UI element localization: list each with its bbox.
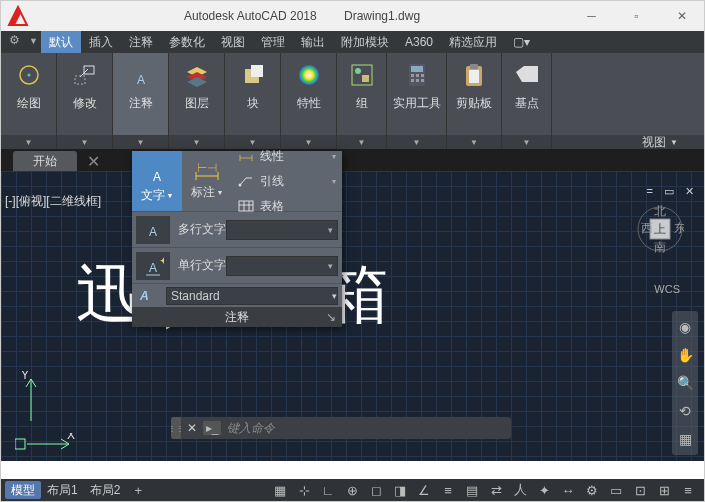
ribbon-panel-base[interactable]: 基点 ▼ <box>502 53 552 149</box>
pin-icon[interactable]: ↘ <box>326 310 336 324</box>
dtext-icon: A✦ <box>136 252 170 280</box>
status-annoscale-icon[interactable]: 人 <box>508 481 532 499</box>
ribbon-panel-utilities[interactable]: 实用工具 ▼ <box>387 53 447 149</box>
svg-text:南: 南 <box>654 240 666 253</box>
nav-wheel-icon[interactable]: ◉ <box>679 319 691 335</box>
textstyle-dropdown[interactable]: Standard▾ <box>166 287 338 305</box>
mtext-style-dropdown[interactable]: ▾ <box>226 220 338 240</box>
status-workspace-icon[interactable]: ⚙ <box>580 483 604 498</box>
ribbon-panel-group[interactable]: 组 ▼ <box>337 53 387 149</box>
status-layout2-tab[interactable]: 布局2 <box>84 481 127 499</box>
chevron-down-icon[interactable]: ▼ <box>81 138 89 147</box>
menu-annotate[interactable]: 注释 <box>121 31 161 53</box>
dtext-style-dropdown[interactable]: ▾ <box>226 256 338 276</box>
status-monitor-icon[interactable]: ▭ <box>604 483 628 498</box>
viewport-controls[interactable]: = ▭ ✕ <box>646 185 698 198</box>
chevron-down-icon[interactable]: ▼ <box>470 138 478 147</box>
svg-point-7 <box>299 65 319 85</box>
status-customize-icon[interactable]: ≡ <box>676 483 700 498</box>
status-grid-icon[interactable]: ▦ <box>268 483 292 498</box>
menu-a360[interactable]: A360 <box>397 31 441 53</box>
status-polar-icon[interactable]: ⊕ <box>340 483 364 498</box>
menu-insert[interactable]: 插入 <box>81 31 121 53</box>
status-annovisibility-icon[interactable]: ✦ <box>532 483 556 498</box>
minimize-button[interactable]: ─ <box>569 2 614 30</box>
quick-access-gear-icon[interactable]: ⚙ <box>9 33 20 47</box>
flyout-standard-row[interactable]: A Standard▾ <box>132 283 342 307</box>
status-transparency-icon[interactable]: ▤ <box>460 483 484 498</box>
wcs-label[interactable]: WCS <box>654 283 680 295</box>
nav-orbit-icon[interactable]: ⟲ <box>679 403 691 419</box>
menu-manage[interactable]: 管理 <box>253 31 293 53</box>
status-model-tab[interactable]: 模型 <box>5 481 41 499</box>
annotate-icon: A <box>125 59 157 91</box>
ribbon-panel-properties[interactable]: 特性 ▼ <box>281 53 337 149</box>
ribbon-draw-label: 绘图 <box>17 95 41 112</box>
ribbon-view-area[interactable]: 视图▼ <box>552 135 704 149</box>
status-qprops-icon[interactable]: ⊞ <box>652 483 676 498</box>
cmd-close-icon[interactable]: ✕ <box>181 421 203 435</box>
command-line[interactable]: ⋮⋮ ✕ ▸_ 键入命令 <box>171 417 511 439</box>
status-cycling-icon[interactable]: ⇄ <box>484 483 508 498</box>
svg-rect-17 <box>416 79 419 82</box>
ribbon-panel-draw[interactable]: 绘图 ▼ <box>1 53 57 149</box>
menu-view[interactable]: 视图 <box>213 31 253 53</box>
menu-param[interactable]: 参数化 <box>161 31 213 53</box>
ribbon-panel-annotate[interactable]: A 注释 ▼ <box>113 53 169 149</box>
flyout-dtext-row[interactable]: A✦ 单行文字 ▾ <box>132 247 342 283</box>
close-button[interactable]: ✕ <box>659 2 704 30</box>
svg-text:Y: Y <box>21 371 29 382</box>
status-ortho-icon[interactable]: ∟ <box>316 483 340 498</box>
cmd-grip-icon[interactable]: ⋮⋮ <box>171 417 181 439</box>
menu-addons[interactable]: 附加模块 <box>333 31 397 53</box>
status-lineweight-icon[interactable]: ≡ <box>436 483 460 498</box>
ribbon-panel-modify[interactable]: 修改 ▼ <box>57 53 113 149</box>
menu-extra-icon[interactable]: ▢▾ <box>505 31 538 53</box>
mtext-icon: A <box>136 216 170 244</box>
svg-text:A: A <box>136 73 144 87</box>
nav-pan-icon[interactable]: ✋ <box>677 347 694 363</box>
menu-default[interactable]: 默认 <box>41 31 81 53</box>
flyout-text-button[interactable]: A 文字▼ <box>132 151 182 211</box>
maximize-button[interactable]: ▫ <box>614 2 659 30</box>
chevron-down-icon[interactable]: ▼ <box>413 138 421 147</box>
flyout-linear-button[interactable]: 线性▾ <box>236 146 342 167</box>
status-snap-icon[interactable]: ⊹ <box>292 483 316 498</box>
ribbon-panel-clipboard[interactable]: 剪贴板 ▼ <box>447 53 502 149</box>
chevron-down-icon[interactable]: ▼ <box>193 138 201 147</box>
file-tab-start[interactable]: 开始 <box>13 151 77 171</box>
chevron-down-icon[interactable]: ▼ <box>137 138 145 147</box>
view-cube[interactable]: 上北西东南 <box>636 205 684 253</box>
nav-zoom-icon[interactable]: 🔍 <box>677 375 694 391</box>
status-autoscale-icon[interactable]: ↔ <box>556 483 580 498</box>
nav-showmotion-icon[interactable]: ▦ <box>679 431 692 447</box>
svg-rect-35 <box>239 201 253 211</box>
viewport-label[interactable]: [-][俯视][二维线框] <box>5 193 101 210</box>
status-layout1-tab[interactable]: 布局1 <box>41 481 84 499</box>
flyout-dtext-label: 单行文字 <box>178 257 226 274</box>
status-osnap-icon[interactable]: ◻ <box>364 483 388 498</box>
menu-output[interactable]: 输出 <box>293 31 333 53</box>
ribbon-panel-block[interactable]: 块 ▼ <box>225 53 281 149</box>
cmd-prompt-icon[interactable]: ▸_ <box>203 421 221 435</box>
app-name: Autodesk AutoCAD 2018 <box>184 9 317 23</box>
status-otrack-icon[interactable]: ∠ <box>412 483 436 498</box>
svg-text:A: A <box>153 170 161 184</box>
new-tab-button[interactable]: ✕ <box>87 152 100 171</box>
chevron-down-icon[interactable]: ▼ <box>358 138 366 147</box>
drawing-viewport[interactable]: [-][俯视][二维线框] = ▭ ✕ 迅 )工具箱 Y X 上北西东南 WCS… <box>1 171 704 461</box>
status-add-layout-icon[interactable]: + <box>126 483 150 498</box>
status-3dosnap-icon[interactable]: ◨ <box>388 483 412 498</box>
menu-featured[interactable]: 精选应用 <box>441 31 505 53</box>
flyout-table-button[interactable]: 表格 <box>236 196 342 217</box>
flyout-leader-button[interactable]: 引线▾ <box>236 171 342 192</box>
app-logo-icon[interactable] <box>7 2 35 30</box>
ribbon-panel-layer[interactable]: 图层 ▼ <box>169 53 225 149</box>
flyout-dim-button[interactable]: ⊢⊣ 标注▼ <box>182 151 232 211</box>
chevron-down-icon[interactable]: ▼ <box>25 138 33 147</box>
quick-access-dropdown-icon[interactable]: ▼ <box>29 36 38 46</box>
ribbon: 绘图 ▼ 修改 ▼ A 注释 ▼ 图层 ▼ 块 ▼ 特性 ▼ 组 ▼ 实用工具 … <box>1 53 704 149</box>
status-units-icon[interactable]: ⊡ <box>628 483 652 498</box>
chevron-down-icon[interactable]: ▼ <box>523 138 531 147</box>
ucs-y-axis-icon: Y <box>21 371 41 421</box>
